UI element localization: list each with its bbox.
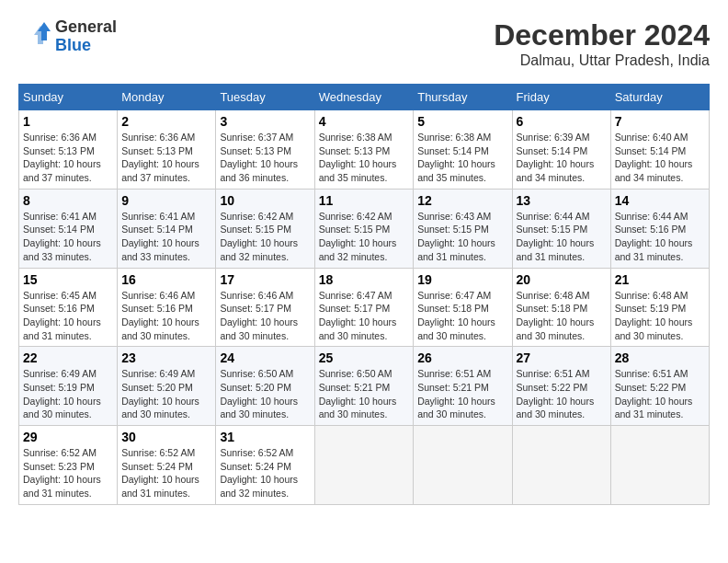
title-block: December 2024 Dalmau, Uttar Pradesh, Ind… [494, 18, 710, 69]
day-number: 25 [319, 350, 410, 365]
day-header-saturday: Saturday [610, 85, 709, 110]
day-header-friday: Friday [512, 85, 610, 110]
day-info: Sunrise: 6:42 AM Sunset: 5:15 PM Dayligh… [319, 210, 410, 264]
day-number: 26 [417, 350, 507, 365]
calendar-cell: 30 Sunrise: 6:52 AM Sunset: 5:24 PM Dayl… [118, 426, 216, 505]
calendar-cell: 31 Sunrise: 6:52 AM Sunset: 5:24 PM Dayl… [216, 426, 314, 505]
day-info: Sunrise: 6:45 AM Sunset: 5:16 PM Dayligh… [23, 289, 113, 343]
day-info: Sunrise: 6:42 AM Sunset: 5:15 PM Dayligh… [220, 210, 310, 264]
day-info: Sunrise: 6:51 AM Sunset: 5:22 PM Dayligh… [615, 367, 705, 421]
week-row-3: 15 Sunrise: 6:45 AM Sunset: 5:16 PM Dayl… [19, 268, 710, 347]
logo-text: General Blue [55, 18, 117, 55]
calendar-cell: 21 Sunrise: 6:48 AM Sunset: 5:19 PM Dayl… [610, 268, 709, 347]
calendar-cell: 15 Sunrise: 6:45 AM Sunset: 5:16 PM Dayl… [19, 268, 118, 347]
week-row-2: 8 Sunrise: 6:41 AM Sunset: 5:14 PM Dayli… [19, 189, 710, 268]
day-number: 10 [220, 193, 310, 208]
day-number: 23 [121, 350, 211, 365]
day-header-tuesday: Tuesday [216, 85, 314, 110]
day-number: 5 [417, 114, 507, 129]
day-number: 3 [220, 114, 310, 129]
day-info: Sunrise: 6:36 AM Sunset: 5:13 PM Dayligh… [121, 131, 211, 185]
calendar-cell: 1 Sunrise: 6:36 AM Sunset: 5:13 PM Dayli… [19, 110, 118, 190]
day-info: Sunrise: 6:51 AM Sunset: 5:21 PM Dayligh… [417, 367, 507, 421]
day-info: Sunrise: 6:44 AM Sunset: 5:15 PM Dayligh… [517, 210, 607, 264]
calendar-cell: 17 Sunrise: 6:46 AM Sunset: 5:17 PM Dayl… [216, 268, 314, 347]
day-info: Sunrise: 6:52 AM Sunset: 5:23 PM Dayligh… [23, 446, 113, 500]
calendar-cell: 26 Sunrise: 6:51 AM Sunset: 5:21 PM Dayl… [414, 347, 512, 426]
day-info: Sunrise: 6:47 AM Sunset: 5:17 PM Dayligh… [319, 289, 410, 343]
day-info: Sunrise: 6:43 AM Sunset: 5:15 PM Dayligh… [417, 210, 507, 264]
calendar-cell: 2 Sunrise: 6:36 AM Sunset: 5:13 PM Dayli… [118, 110, 216, 190]
day-info: Sunrise: 6:51 AM Sunset: 5:22 PM Dayligh… [517, 367, 607, 421]
day-number: 6 [517, 114, 607, 129]
day-info: Sunrise: 6:39 AM Sunset: 5:14 PM Dayligh… [517, 131, 607, 185]
calendar-cell [512, 426, 610, 505]
logo-svg [18, 20, 51, 53]
week-row-5: 29 Sunrise: 6:52 AM Sunset: 5:23 PM Dayl… [19, 426, 710, 505]
day-info: Sunrise: 6:48 AM Sunset: 5:18 PM Dayligh… [517, 289, 607, 343]
calendar-cell: 3 Sunrise: 6:37 AM Sunset: 5:13 PM Dayli… [216, 110, 314, 190]
calendar-cell: 10 Sunrise: 6:42 AM Sunset: 5:15 PM Dayl… [216, 189, 314, 268]
day-info: Sunrise: 6:38 AM Sunset: 5:13 PM Dayligh… [319, 131, 410, 185]
day-info: Sunrise: 6:50 AM Sunset: 5:20 PM Dayligh… [220, 367, 310, 421]
calendar-cell: 13 Sunrise: 6:44 AM Sunset: 5:15 PM Dayl… [512, 189, 610, 268]
day-number: 9 [121, 193, 211, 208]
day-info: Sunrise: 6:46 AM Sunset: 5:17 PM Dayligh… [220, 289, 310, 343]
day-number: 20 [517, 272, 607, 287]
calendar-cell: 11 Sunrise: 6:42 AM Sunset: 5:15 PM Dayl… [314, 189, 414, 268]
day-number: 12 [417, 193, 507, 208]
day-number: 31 [220, 430, 310, 444]
day-number: 8 [23, 193, 113, 208]
day-number: 4 [319, 114, 410, 129]
logo: General Blue [18, 18, 117, 55]
day-info: Sunrise: 6:49 AM Sunset: 5:19 PM Dayligh… [23, 367, 113, 421]
calendar-title: December 2024 [494, 18, 710, 52]
day-number: 24 [220, 350, 310, 365]
day-info: Sunrise: 6:50 AM Sunset: 5:21 PM Dayligh… [319, 367, 410, 421]
day-number: 21 [615, 272, 705, 287]
day-info: Sunrise: 6:37 AM Sunset: 5:13 PM Dayligh… [220, 131, 310, 185]
day-number: 30 [121, 430, 211, 444]
calendar-cell: 20 Sunrise: 6:48 AM Sunset: 5:18 PM Dayl… [512, 268, 610, 347]
day-number: 29 [23, 430, 113, 444]
calendar-cell [314, 426, 414, 505]
day-info: Sunrise: 6:48 AM Sunset: 5:19 PM Dayligh… [615, 289, 705, 343]
day-number: 14 [615, 193, 705, 208]
calendar-table: SundayMondayTuesdayWednesdayThursdayFrid… [18, 84, 710, 505]
week-row-1: 1 Sunrise: 6:36 AM Sunset: 5:13 PM Dayli… [19, 110, 710, 190]
day-number: 28 [615, 350, 705, 365]
calendar-cell: 19 Sunrise: 6:47 AM Sunset: 5:18 PM Dayl… [414, 268, 512, 347]
day-header-thursday: Thursday [414, 85, 512, 110]
day-info: Sunrise: 6:52 AM Sunset: 5:24 PM Dayligh… [121, 446, 211, 500]
week-row-4: 22 Sunrise: 6:49 AM Sunset: 5:19 PM Dayl… [19, 347, 710, 426]
day-number: 19 [417, 272, 507, 287]
calendar-cell: 14 Sunrise: 6:44 AM Sunset: 5:16 PM Dayl… [610, 189, 709, 268]
day-number: 17 [220, 272, 310, 287]
day-number: 11 [319, 193, 410, 208]
calendar-cell: 16 Sunrise: 6:46 AM Sunset: 5:16 PM Dayl… [118, 268, 216, 347]
calendar-cell: 23 Sunrise: 6:49 AM Sunset: 5:20 PM Dayl… [118, 347, 216, 426]
day-info: Sunrise: 6:44 AM Sunset: 5:16 PM Dayligh… [615, 210, 705, 264]
day-number: 16 [121, 272, 211, 287]
calendar-cell: 9 Sunrise: 6:41 AM Sunset: 5:14 PM Dayli… [118, 189, 216, 268]
calendar-cell: 22 Sunrise: 6:49 AM Sunset: 5:19 PM Dayl… [19, 347, 118, 426]
day-header-monday: Monday [118, 85, 216, 110]
day-info: Sunrise: 6:49 AM Sunset: 5:20 PM Dayligh… [121, 367, 211, 421]
calendar-cell: 25 Sunrise: 6:50 AM Sunset: 5:21 PM Dayl… [314, 347, 414, 426]
calendar-cell: 4 Sunrise: 6:38 AM Sunset: 5:13 PM Dayli… [314, 110, 414, 190]
calendar-cell: 8 Sunrise: 6:41 AM Sunset: 5:14 PM Dayli… [19, 189, 118, 268]
day-number: 22 [23, 350, 113, 365]
day-header-wednesday: Wednesday [314, 85, 414, 110]
page-header: General Blue December 2024 Dalmau, Uttar… [18, 18, 710, 69]
calendar-cell: 18 Sunrise: 6:47 AM Sunset: 5:17 PM Dayl… [314, 268, 414, 347]
calendar-cell: 27 Sunrise: 6:51 AM Sunset: 5:22 PM Dayl… [512, 347, 610, 426]
day-number: 2 [121, 114, 211, 129]
day-number: 7 [615, 114, 705, 129]
day-number: 18 [319, 272, 410, 287]
calendar-cell: 12 Sunrise: 6:43 AM Sunset: 5:15 PM Dayl… [414, 189, 512, 268]
day-info: Sunrise: 6:46 AM Sunset: 5:16 PM Dayligh… [121, 289, 211, 343]
day-number: 1 [23, 114, 113, 129]
day-info: Sunrise: 6:41 AM Sunset: 5:14 PM Dayligh… [23, 210, 113, 264]
calendar-subtitle: Dalmau, Uttar Pradesh, India [494, 52, 710, 69]
calendar-cell [414, 426, 512, 505]
